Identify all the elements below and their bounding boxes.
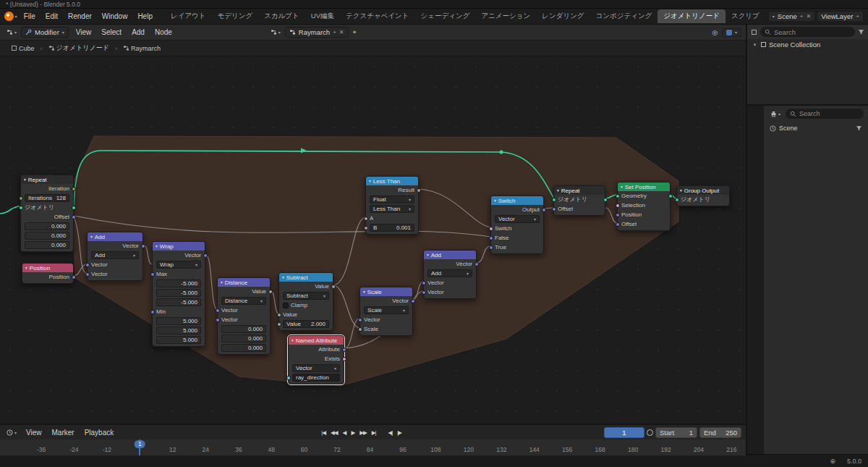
collapse-icon[interactable]: ▾: [369, 179, 371, 183]
socket[interactable]: [150, 272, 155, 277]
collapse-icon[interactable]: ▾: [621, 185, 623, 189]
node-value-field[interactable]: 0.000: [25, 241, 69, 249]
node-value-field[interactable]: 5.000: [156, 317, 201, 325]
menu-node[interactable]: Node: [150, 27, 177, 38]
workspace-tab-item[interactable]: モデリング: [212, 9, 259, 23]
socket[interactable]: [85, 263, 90, 267]
timeline-ruler[interactable]: -36-24-121122436486072849610812013214415…: [0, 439, 746, 455]
node-value-field[interactable]: 0.000: [221, 335, 266, 342]
menu-select[interactable]: Select: [96, 27, 127, 38]
collapse-icon[interactable]: ▾: [363, 290, 365, 294]
node-wrap[interactable]: ▾WrapVectorWrap▾Max-5.000-5.000-5.000Min…: [152, 241, 205, 347]
node-header[interactable]: ▾Set Position: [618, 182, 670, 191]
outliner-search[interactable]: Search: [760, 27, 855, 37]
socket[interactable]: [422, 290, 426, 295]
reroute-dot[interactable]: [499, 150, 503, 153]
socket[interactable]: [616, 203, 620, 208]
workspace-tab-item[interactable]: ジオメトリノード: [658, 9, 726, 23]
node-dropdown-less-than[interactable]: Less Than▾: [370, 205, 414, 213]
jump-to-start-button[interactable]: |◀: [319, 429, 328, 437]
workspace-tab-item[interactable]: レイアウト: [165, 9, 212, 23]
menu-file[interactable]: File: [19, 11, 41, 22]
socket[interactable]: [150, 310, 155, 314]
menu-marker[interactable]: Marker: [47, 427, 80, 438]
socket[interactable]: [542, 208, 546, 212]
collapse-icon[interactable]: ▾: [427, 253, 429, 257]
socket[interactable]: [342, 357, 346, 361]
scene-selector[interactable]: ▾ Scene + ✕: [768, 11, 815, 22]
collapse-icon[interactable]: ▾: [680, 188, 682, 193]
viewlayer-selector[interactable]: ViewLayer +: [817, 11, 864, 22]
node-value-field[interactable]: 5.000: [156, 327, 201, 335]
socket[interactable]: [19, 206, 23, 210]
node-add-1[interactable]: ▾AddVectorAdd▾VectorVector: [87, 232, 143, 281]
menu-help[interactable]: Help: [132, 11, 158, 22]
socket[interactable]: [603, 198, 608, 202]
node-add-2[interactable]: ▾AddVectorAdd▾VectorVector: [423, 250, 477, 299]
collapse-icon[interactable]: ▾: [282, 275, 284, 279]
play-button[interactable]: ▶: [349, 429, 357, 437]
node-header[interactable]: ▾Group Output: [677, 186, 729, 195]
current-frame-field[interactable]: 1: [604, 427, 644, 438]
new-node-tree-button[interactable]: +: [333, 29, 336, 35]
node-dropdown-vector[interactable]: Vector▾: [495, 215, 540, 223]
node-value-field[interactable]: -5.000: [156, 289, 201, 297]
socket[interactable]: [277, 313, 281, 317]
properties-editor-type-button[interactable]: ▾: [768, 110, 783, 118]
node-dropdown-float[interactable]: Float▾: [370, 195, 414, 203]
socket[interactable]: [475, 262, 479, 266]
filter-icon[interactable]: [858, 29, 864, 35]
workspace-tab-item[interactable]: スカルプト: [258, 9, 305, 23]
properties-search[interactable]: Search: [786, 109, 864, 119]
socket[interactable]: [331, 285, 336, 289]
node-repeat-output[interactable]: ▾RepeatジオメトリOffset: [553, 185, 605, 216]
node-dropdown-distance[interactable]: Distance▾: [221, 297, 266, 305]
socket[interactable]: [277, 322, 281, 327]
workspace-tab-item[interactable]: アニメーション: [475, 9, 536, 23]
socket[interactable]: [72, 215, 76, 219]
socket[interactable]: [72, 206, 76, 210]
menu-view[interactable]: View: [71, 27, 97, 38]
jump-to-end-button[interactable]: ▶|: [370, 429, 378, 437]
socket[interactable]: [675, 198, 679, 202]
socket[interactable]: [85, 272, 90, 277]
workspace-tab-item[interactable]: シェーディング: [415, 9, 476, 23]
breadcrumb-item-cube[interactable]: Cube: [9, 44, 37, 53]
breadcrumb-item-raymarch[interactable]: Raymarch: [121, 44, 163, 53]
node-field-b[interactable]: B0.001: [370, 224, 414, 232]
socket[interactable]: [358, 318, 362, 322]
node-header[interactable]: ▾Named Attribute: [289, 336, 344, 345]
frame-end-field[interactable]: End 250: [699, 427, 741, 438]
filter-icon[interactable]: [856, 125, 862, 132]
socket[interactable]: [616, 213, 620, 217]
overlays-toggle[interactable]: ◎: [710, 28, 720, 37]
delete-scene-button[interactable]: ✕: [806, 13, 811, 20]
menu-edit[interactable]: Edit: [41, 11, 63, 22]
node-dropdown-wrap[interactable]: Wrap▾: [156, 261, 201, 269]
node-value-field[interactable]: 0.000: [221, 325, 266, 333]
workspace-tab-item[interactable]: コンポジティング: [590, 9, 658, 23]
node-field-value[interactable]: Value2.000: [283, 320, 329, 328]
collapse-icon[interactable]: ▾: [221, 280, 223, 285]
node-position[interactable]: ▾PositionPosition: [22, 263, 74, 284]
node-less-than[interactable]: ▾Less ThanResultFloat▾Less Than▾AB0.001: [365, 176, 419, 235]
node-dropdown-scale[interactable]: Scale▾: [364, 306, 409, 314]
menu-view[interactable]: View: [21, 427, 47, 438]
node-dropdown-add[interactable]: Add▾: [91, 251, 139, 259]
socket[interactable]: [364, 216, 368, 221]
node-subtract[interactable]: ▾SubtractValueSubtract▾ClampValueValue2.…: [278, 272, 333, 331]
new-viewlayer-button[interactable]: +: [856, 13, 859, 20]
menu-render[interactable]: Render: [63, 11, 97, 22]
socket[interactable]: [72, 187, 76, 191]
next-keyframe-button[interactable]: ▶▶: [357, 429, 369, 437]
node-header[interactable]: ▾Add: [88, 232, 142, 241]
pin-icon[interactable]: ⌖: [351, 28, 359, 37]
node-field-iterations[interactable]: Iterations128: [25, 194, 69, 202]
node-tree-name-field[interactable]: Raymarch + ✕: [285, 27, 349, 38]
checkbox[interactable]: [283, 303, 289, 308]
node-header[interactable]: ▾Repeat: [21, 175, 73, 184]
blender-logo-icon[interactable]: [4, 12, 14, 21]
socket[interactable]: [203, 253, 208, 258]
socket[interactable]: [342, 348, 346, 352]
collapse-icon[interactable]: ▾: [25, 266, 27, 270]
